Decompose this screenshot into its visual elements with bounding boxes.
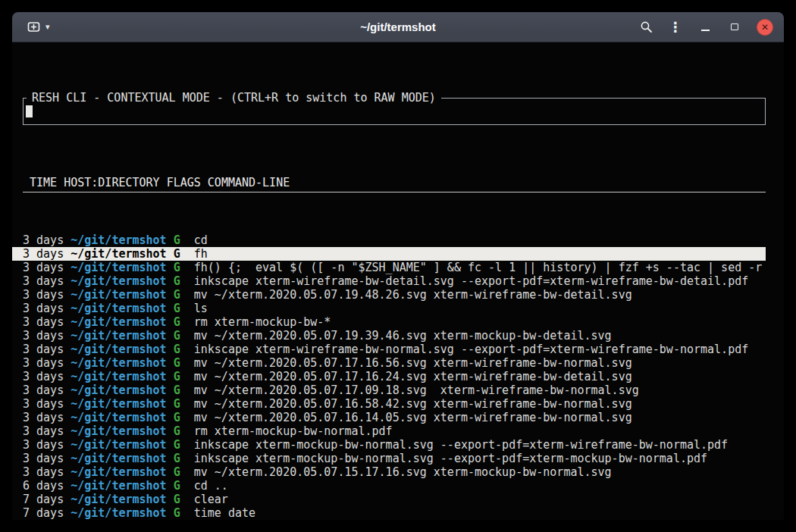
row-time: 3 days xyxy=(23,465,64,479)
row-time: 6 days xyxy=(23,479,64,493)
row-flags: G xyxy=(174,397,180,411)
resh-search-box[interactable]: RESH CLI - CONTEXTUAL MODE - (CTRL+R to … xyxy=(23,98,766,125)
row-command: mv ~/xterm.2020.05.07.19.48.26.svg xterm… xyxy=(194,288,632,302)
row-command: clear xyxy=(194,493,228,506)
history-row[interactable]: 3 days~/git/termshotGfh xyxy=(12,247,766,261)
row-host-directory: ~/git/termshot xyxy=(71,438,166,452)
titlebar-left: ▾ xyxy=(23,18,190,36)
titlebar[interactable]: ▾ ~/git/termshot ⋮ ✕ xyxy=(12,12,784,42)
history-row[interactable]: 3 days~/git/termshotGls xyxy=(23,302,766,315)
history-row[interactable]: 3 days~/git/termshotGmv ~/xterm.2020.05.… xyxy=(23,370,766,383)
row-command: inkscape xterm-mockup-bw-normal.svg --ex… xyxy=(194,452,707,465)
close-button[interactable]: ✕ xyxy=(757,19,773,36)
new-tab-button[interactable]: ▾ xyxy=(23,18,55,36)
row-flags: G xyxy=(174,261,180,274)
row-flags: G xyxy=(174,329,180,343)
row-time: 7 days xyxy=(23,493,64,506)
row-flags: G xyxy=(174,343,180,356)
row-command: mv ~/xterm.2020.05.07.16.58.42.svg xterm… xyxy=(194,397,632,411)
row-time: 3 days xyxy=(23,329,64,343)
history-row[interactable]: 3 days~/git/termshotGinkscape xterm-mock… xyxy=(23,438,766,452)
row-host-directory: ~/git/termshot xyxy=(71,274,166,288)
history-row[interactable]: 7 days~/git/termshotGtime date xyxy=(23,506,766,520)
row-time: 3 days xyxy=(23,452,64,465)
row-command: fh xyxy=(194,247,208,261)
close-icon: ✕ xyxy=(761,23,769,32)
row-host-directory: ~/git/termshot xyxy=(71,261,166,274)
row-host-directory: ~/git/termshot xyxy=(71,424,166,438)
titlebar-right: ⋮ ✕ xyxy=(606,19,773,36)
history-list: 3 days~/git/termshotGcd3 days~/git/terms… xyxy=(23,233,766,520)
row-flags: G xyxy=(174,247,180,261)
history-row[interactable]: 3 days~/git/termshotGmv ~/xterm.2020.05.… xyxy=(23,329,766,343)
row-host-directory: ~/git/termshot xyxy=(71,370,166,383)
row-host-directory: ~/git/termshot xyxy=(71,397,166,411)
row-flags: G xyxy=(174,506,180,520)
row-host-directory: ~/git/termshot xyxy=(71,315,166,329)
row-flags: G xyxy=(174,383,180,397)
history-row[interactable]: 3 days~/git/termshotGinkscape xterm-mock… xyxy=(23,452,766,465)
row-time: 3 days xyxy=(23,247,64,261)
chevron-down-icon: ▾ xyxy=(45,23,50,31)
history-row[interactable]: 6 days~/git/termshotGcd .. xyxy=(23,479,766,493)
history-row[interactable]: 3 days~/git/termshotGrm xterm-mockup-bw-… xyxy=(23,424,766,438)
restore-button[interactable] xyxy=(727,20,742,35)
menu-kebab-icon[interactable]: ⋮ xyxy=(668,20,683,35)
history-row[interactable]: 3 days~/git/termshotGcd xyxy=(23,233,766,247)
search-icon[interactable] xyxy=(638,20,653,35)
history-row[interactable]: 3 days~/git/termshotGinkscape xterm-wire… xyxy=(23,343,766,356)
row-host-directory: ~/git/termshot xyxy=(71,383,166,397)
row-time: 3 days xyxy=(23,411,64,424)
row-host-directory: ~/git/termshot xyxy=(71,479,166,493)
row-flags: G xyxy=(174,424,180,438)
row-time: 3 days xyxy=(23,288,64,302)
row-time: 7 days xyxy=(23,506,64,520)
row-host-directory: ~/git/termshot xyxy=(71,302,166,315)
minimize-button[interactable] xyxy=(697,20,713,35)
history-column-header: TIME HOST:DIRECTORY FLAGS COMMAND-LINE xyxy=(23,176,766,192)
row-time: 3 days xyxy=(23,343,64,356)
row-flags: G xyxy=(174,479,180,493)
row-time: 3 days xyxy=(23,274,64,288)
minimize-icon xyxy=(701,30,710,31)
row-flags: G xyxy=(174,315,180,329)
row-command: mv ~/xterm.2020.05.07.16.14.05.svg xterm… xyxy=(194,411,632,424)
row-command: ls xyxy=(194,302,208,315)
row-command: inkscape xterm-wireframe-bw-detail.svg -… xyxy=(194,274,749,288)
row-host-directory: ~/git/termshot xyxy=(71,247,166,261)
row-command: mv ~/xterm.2020.05.07.17.09.18.svg xterm… xyxy=(194,383,639,397)
row-flags: G xyxy=(174,493,180,506)
row-time: 3 days xyxy=(23,356,64,370)
row-time: 3 days xyxy=(23,424,64,438)
row-flags: G xyxy=(174,356,180,370)
row-command: mv ~/xterm.2020.05.07.15.17.16.svg xterm… xyxy=(194,465,612,479)
history-row[interactable]: 7 days~/git/termshotGclear xyxy=(23,493,766,506)
row-host-directory: ~/git/termshot xyxy=(71,506,166,520)
history-row[interactable]: 3 days~/git/termshotGmv ~/xterm.2020.05.… xyxy=(23,397,766,411)
row-command: cd xyxy=(194,233,208,247)
resh-mode-title: RESH CLI - CONTEXTUAL MODE - (CTRL+R to … xyxy=(27,91,441,105)
history-row[interactable]: 3 days~/git/termshotGfh() {; eval $( ([ … xyxy=(23,261,766,274)
history-row[interactable]: 3 days~/git/termshotGinkscape xterm-wire… xyxy=(23,274,766,288)
terminal-window: ▾ ~/git/termshot ⋮ ✕ RESH CLI - CONTEXTU… xyxy=(12,12,784,520)
history-row[interactable]: 3 days~/git/termshotGmv ~/xterm.2020.05.… xyxy=(23,383,766,397)
history-row[interactable]: 3 days~/git/termshotGmv ~/xterm.2020.05.… xyxy=(23,411,766,424)
row-host-directory: ~/git/termshot xyxy=(71,343,166,356)
text-cursor xyxy=(26,105,33,117)
history-row[interactable]: 3 days~/git/termshotGmv ~/xterm.2020.05.… xyxy=(23,288,766,302)
row-host-directory: ~/git/termshot xyxy=(71,493,166,506)
row-command: cd .. xyxy=(194,479,228,493)
row-time: 3 days xyxy=(23,302,64,315)
row-time: 3 days xyxy=(23,397,64,411)
history-row[interactable]: 3 days~/git/termshotGmv ~/xterm.2020.05.… xyxy=(23,465,766,479)
row-host-directory: ~/git/termshot xyxy=(71,465,166,479)
row-command: time date xyxy=(194,506,255,520)
history-row[interactable]: 3 days~/git/termshotGrm xterm-mockup-bw-… xyxy=(23,315,766,329)
row-command: rm xterm-mockup-bw-* xyxy=(194,315,331,329)
row-time: 3 days xyxy=(23,438,64,452)
row-flags: G xyxy=(174,233,180,247)
history-row[interactable]: 3 days~/git/termshotGmv ~/xterm.2020.05.… xyxy=(23,356,766,370)
row-command: mv ~/xterm.2020.05.07.17.16.24.svg xterm… xyxy=(194,370,632,383)
row-flags: G xyxy=(174,452,180,465)
row-time: 3 days xyxy=(23,261,64,274)
